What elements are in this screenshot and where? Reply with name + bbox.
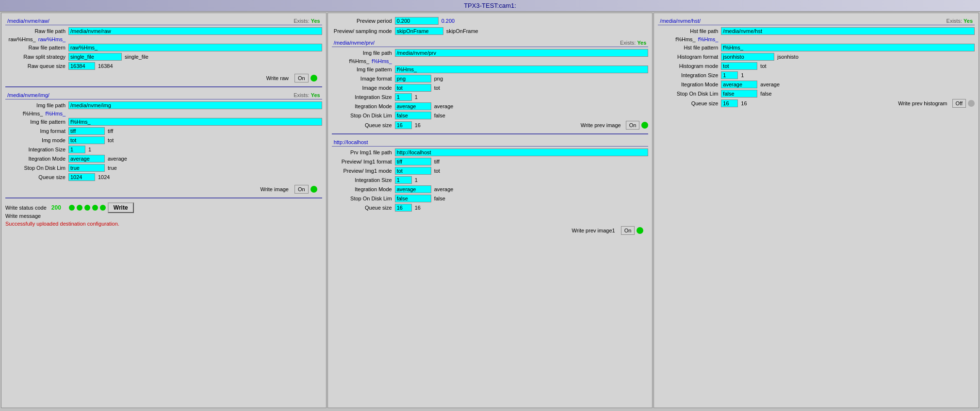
histogram-format-input[interactable]: [721, 53, 774, 61]
write-raw-row: Write raw On: [5, 74, 322, 82]
write-prev-histogram-button[interactable]: Off: [952, 99, 966, 108]
img-format-input[interactable]: [68, 127, 105, 135]
hst-integration-size-input[interactable]: [721, 71, 738, 79]
prv-img-file-path-input[interactable]: [395, 49, 649, 57]
write-raw-button[interactable]: On: [294, 74, 309, 82]
img-format-row: Img format tiff: [5, 127, 322, 135]
raw-split-strategy-input[interactable]: [68, 53, 122, 61]
write-prev-image-toggle[interactable]: On: [626, 121, 649, 130]
prv-stop-disk-value: false: [434, 113, 445, 118]
prv-image-mode-label: Image mode: [332, 85, 395, 91]
write-message-label: Write message: [5, 213, 43, 219]
write-prev-image-button[interactable]: On: [626, 121, 640, 130]
img-format-label: Img format: [5, 128, 68, 134]
prv-img-file-pattern-input[interactable]: [395, 66, 649, 73]
histogram-mode-label: Histogram mode: [658, 63, 721, 69]
hst-file-path-input[interactable]: [721, 27, 975, 35]
prv-queue-size-row: Queue size 16 Write prev image On: [332, 121, 649, 130]
raw-section: /media/nvme/raw/ Exists: Yes Raw file pa…: [5, 17, 322, 82]
write-prev-image-label: Write prev image: [566, 122, 624, 128]
write-prev-image1-label: Write prev image1: [555, 228, 618, 233]
localhost-stop-disk-row: Stop On Disk Lim false: [332, 195, 649, 202]
img-integration-size-input[interactable]: [68, 146, 85, 153]
img-stop-disk-value: true: [108, 165, 117, 171]
preview-period-input[interactable]: [395, 17, 439, 25]
prv-image-format-label: Image format: [332, 76, 395, 82]
write-image-toggle[interactable]: On: [294, 185, 317, 194]
img-file-pattern-input[interactable]: [68, 118, 322, 126]
img-integration-size-label: Integration Size: [5, 147, 68, 152]
write-image-button[interactable]: On: [294, 185, 309, 194]
prv-img1-file-path-label: Prv Img1 file path: [332, 149, 395, 155]
dot-2: [77, 205, 82, 211]
preview-sampling-mode-value: skipOnFrame: [446, 28, 478, 34]
raw-queue-size-value: 16384: [98, 63, 113, 69]
localhost-stop-disk-input[interactable]: [395, 195, 431, 202]
raw-file-pattern-input[interactable]: [68, 44, 322, 51]
preview-img1-format-input[interactable]: [395, 158, 431, 165]
raw-path-label: /media/nvme/raw/: [7, 18, 49, 24]
write-prev-histogram-toggle[interactable]: Off: [952, 99, 975, 108]
prv-queue-size-input[interactable]: [395, 121, 412, 129]
prv-img1-file-path-row: Prv Img1 file path: [332, 148, 649, 156]
img-integration-size-value: 1: [88, 147, 91, 152]
prv-image-mode-input[interactable]: [395, 84, 431, 92]
main-container: /media/nvme/raw/ Exists: Yes Raw file pa…: [0, 12, 980, 409]
preview-sampling-mode-row: Preview/ sampling mode skipOnFrame: [332, 27, 649, 35]
preview-img1-format-row: Preview/ Img1 format tiff: [332, 158, 649, 165]
localhost-itegration-mode-row: Itegration Mode average: [332, 185, 649, 193]
write-prev-image1-toggle[interactable]: On: [621, 226, 644, 235]
raw-queue-size-input[interactable]: [68, 62, 95, 70]
raw-split-strategy-row: Raw split strategy single_file: [5, 53, 322, 61]
preview-img1-mode-label: Preview/ Img1 mode: [332, 168, 395, 174]
prv-path-label: /media/nvme/prv/: [334, 40, 375, 46]
img-exists-label: Exists: Yes: [294, 92, 320, 98]
img-fhms-label: f%Hms_ f%Hms_: [5, 111, 68, 116]
prv-img-file-pattern-row: Img file pattern: [332, 66, 649, 73]
preview-img1-mode-input[interactable]: [395, 167, 431, 175]
raw-hms-row: raw%Hms_ raw%Hms_: [5, 36, 322, 42]
img-itegration-mode-value: average: [108, 156, 127, 162]
raw-split-strategy-label: Raw split strategy: [5, 54, 68, 60]
img-mode-input[interactable]: [68, 136, 105, 144]
img-queue-size-label: Queue size: [5, 174, 68, 180]
hst-stop-disk-input[interactable]: [721, 90, 757, 98]
write-button[interactable]: Write: [108, 202, 134, 213]
localhost-queue-size-input[interactable]: [395, 204, 412, 212]
hst-itegration-mode-input[interactable]: [721, 81, 757, 88]
write-raw-toggle[interactable]: On: [294, 74, 317, 82]
hst-queue-size-input[interactable]: [721, 99, 738, 107]
localhost-integration-size-input[interactable]: [395, 176, 412, 184]
img-mode-label: Img mode: [5, 137, 68, 143]
histogram-mode-input[interactable]: [721, 62, 757, 70]
prv-image-format-input[interactable]: [395, 75, 431, 82]
prv-itegration-mode-input[interactable]: [395, 102, 431, 110]
raw-exists-label: Exists: Yes: [294, 18, 320, 24]
hst-file-pattern-input[interactable]: [721, 44, 975, 51]
prv-integration-size-input[interactable]: [395, 93, 412, 101]
prv-itegration-mode-label: Itegration Mode: [332, 103, 395, 109]
prv-stop-disk-input[interactable]: [395, 112, 431, 119]
preview-img1-mode-row: Preview/ Img1 mode tot: [332, 167, 649, 175]
raw-file-path-input[interactable]: [68, 27, 322, 35]
localhost-itegration-mode-input[interactable]: [395, 185, 431, 193]
prv-image-mode-row: Image mode tot: [332, 84, 649, 92]
localhost-stop-disk-value: false: [434, 196, 445, 201]
img-itegration-mode-input[interactable]: [68, 155, 105, 163]
write-prev-image-dot: [641, 122, 648, 129]
img-file-path-input[interactable]: [68, 101, 322, 109]
img-queue-size-input[interactable]: [68, 173, 95, 181]
preview-sampling-mode-input[interactable]: [395, 27, 443, 35]
raw-queue-size-label: Raw queue size: [5, 63, 68, 69]
write-prev-image1-button[interactable]: On: [621, 226, 635, 235]
hst-fhms-label: f%Hms_ f%Hms_: [658, 36, 721, 42]
img-path-bar: /media/nvme/img/ Exists: Yes: [5, 91, 322, 99]
img-queue-size-value: 1024: [98, 174, 110, 180]
write-prev-histogram-label: Write prev histogram: [882, 100, 950, 106]
img-stop-disk-input[interactable]: [68, 164, 105, 172]
hst-section: /media/nvme/hst/ Exists: Yes Hst file pa…: [658, 17, 975, 108]
histogram-format-label: Histogram format: [658, 54, 721, 60]
prv-img1-file-path-input[interactable]: [395, 148, 649, 156]
img-file-pattern-label: Img file pattern: [5, 119, 68, 125]
prv-image-format-value: png: [434, 76, 443, 82]
